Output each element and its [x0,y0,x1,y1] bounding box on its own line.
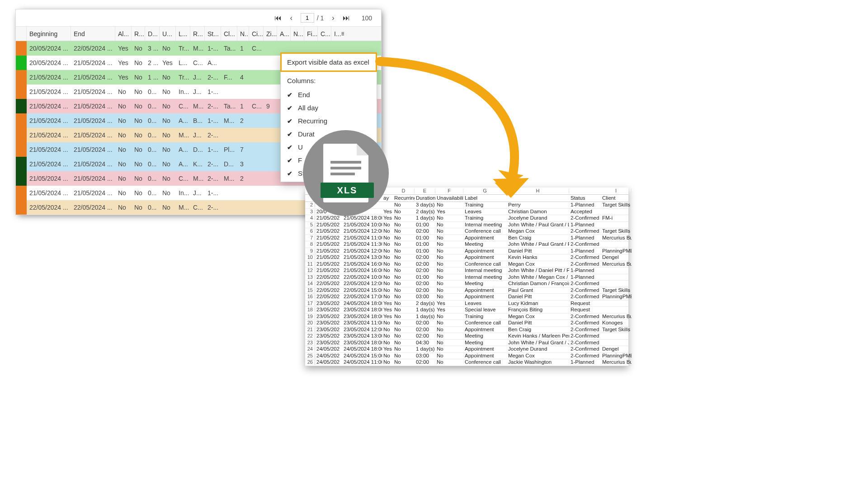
excel-cell: 21/05/2024 10:00 [342,222,382,228]
excel-row-number: 24 [305,347,315,352]
pager-next-icon[interactable]: › [332,14,334,22]
excel-cell: No [393,216,415,221]
grid-header-colorchip [16,27,27,41]
excel-cell: 24/05/2024 18:00 [342,347,382,352]
column-toggle-item[interactable]: ✔All day [281,101,377,114]
excel-cell: No [393,209,415,215]
excel-row-number: 2 [305,202,315,207]
grid-header-duration[interactable]: D... [145,27,160,41]
grid-header-recurring[interactable]: R... [132,27,145,41]
excel-cell: 2-Confirmed [569,353,601,359]
excel-cell: 21/05/202 [315,222,342,228]
cell [237,84,249,99]
grid-header-n2[interactable]: N... [291,27,304,41]
cell [264,70,277,84]
check-icon: ✔ [287,117,293,125]
excel-cell: No [393,301,415,306]
excel-cell: Yes [382,314,393,319]
excel-cell: Target Skills [601,229,632,234]
burger-icon[interactable]: ≡ [341,30,344,38]
excel-row: 2624/05/20224/05/2024 11:00NoNo02:00NoCo… [305,359,628,366]
grid-header-city[interactable]: Ci... [249,27,264,41]
columns-label: Columns: [281,71,377,88]
excel-cell: No [393,347,415,352]
grid-header-status[interactable]: St... [205,27,221,41]
grid-header-unavail[interactable]: U... [160,27,176,41]
grid-header-client[interactable]: Cl... [221,27,237,41]
row-color-chip [16,200,27,215]
excel-cell: 02:00 [415,360,435,365]
excel-row: 621/05/20221/05/2024 12:00NoNo02:00NoCon… [305,228,628,235]
grid-header-a[interactable]: A... [277,27,291,41]
cell: 21/05/2024 ... [71,113,115,128]
pager-prev-icon[interactable]: ‹ [290,14,292,22]
excel-cell: PlanningPME [601,353,632,359]
excel-cell: 21/05/2024 12:00 [342,249,382,254]
row-color-chip [16,186,27,200]
pager-page-input[interactable] [301,13,314,23]
excel-cell: No [382,222,393,228]
cell: 21/05/2024 ... [71,171,115,186]
pager-last-icon[interactable]: ⏭ [343,14,350,22]
column-toggle-item[interactable]: ✔End [281,88,377,101]
cell: 0... [145,171,160,186]
check-icon: ✔ [287,144,293,151]
excel-cell: No [382,275,393,280]
excel-cell: 22/05/202 [315,281,342,286]
excel-cell: 04:30 [415,340,435,346]
export-visible-excel-button[interactable]: Export visible data as excel [280,52,377,72]
excel-row: 1422/05/20222/05/2024 12:00NoNo02:00NoMe… [305,281,628,287]
cell: 22/05/2024 ... [71,200,115,215]
row-color-chip [16,157,27,171]
grid-header-allday[interactable]: Al... [115,27,132,41]
cell: 21/05/2024 ... [27,157,71,171]
excel-cell: No [393,353,415,359]
excel-cell: 01:00 [415,242,435,247]
pager-pagesize[interactable]: 100 [362,14,372,22]
grid-header-c[interactable]: C... [318,27,331,41]
pager-first-icon[interactable]: ⏮ [274,14,282,22]
cell: A... [176,142,190,157]
excel-cell: 24/05/2024 11:00 [342,360,382,365]
cell: 1 [237,99,249,113]
excel-cell: 1-Planned [569,268,601,273]
grid-header-menu[interactable]: I...≡ [331,27,344,41]
excel-cell: Training [463,216,507,221]
row-color-chip [16,41,27,56]
excel-cell: 21/05/202 [315,255,342,260]
excel-cell: Internal meeting [463,275,507,280]
excel-cell: No [393,275,415,280]
excel-row-number: 7 [305,235,315,240]
cell: Yes [160,56,176,70]
excel-row-number: 15 [305,288,315,293]
grid-header-end[interactable]: End [71,27,115,41]
cell: No [115,113,132,128]
excel-cell: Conference call [463,360,507,365]
cell: 2 ... [145,56,160,70]
excel-row: 1622/05/20222/05/2024 17:00NoNo03:00NoAp… [305,294,628,300]
excel-cell: No [393,314,415,319]
excel-cell: 02:00 [415,327,435,333]
cell: J... [190,186,205,200]
column-toggle-item[interactable]: ✔Recurring [281,114,377,127]
excel-cell: Jocelyne Durand [507,216,569,221]
excel-cell: No [435,242,463,247]
excel-row-number: 13 [305,275,315,280]
check-icon: ✔ [287,104,293,112]
grid-header-n1[interactable]: N... [237,27,249,41]
excel-cell: No [382,249,393,254]
excel-cell: 22/05/202 [315,294,342,300]
cell [291,186,304,200]
cell: 0... [145,128,160,142]
excel-cell: 2-Confirmed [569,333,601,339]
cell [249,128,264,142]
grid-header-label[interactable]: L... [176,27,190,41]
excel-cell: Kevin Hanks [507,255,569,260]
excel-row: 2223/05/20223/05/2024 13:00NoNo02:00NoMe… [305,333,628,340]
grid-header-fi[interactable]: Fi... [304,27,318,41]
grid-header-beginning[interactable]: Beginning [27,27,71,41]
excel-cell: 2-Confirmed [569,314,601,319]
grid-header-resource[interactable]: R... [190,27,205,41]
grid-header-zip[interactable]: Zi... [264,27,277,41]
excel-cell: No [435,320,463,326]
